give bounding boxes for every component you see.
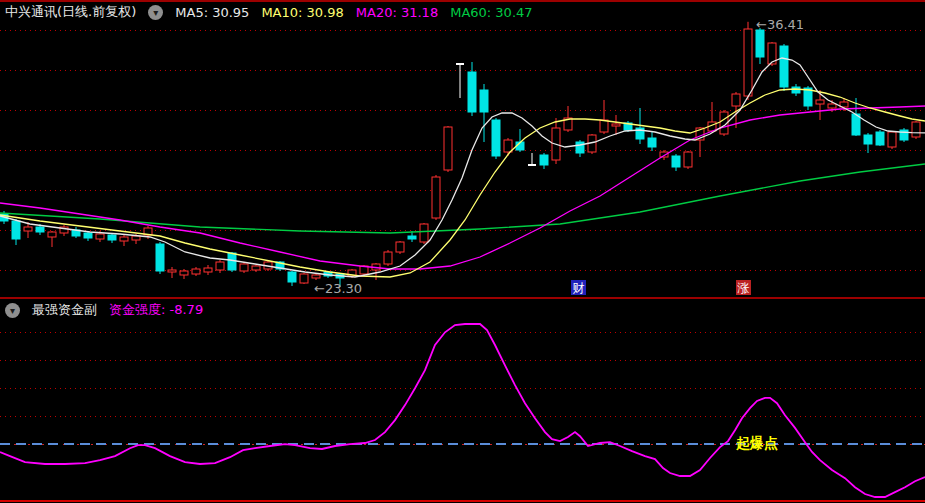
svg-text:财: 财 [573,281,585,295]
candle [684,151,692,169]
candle [528,153,536,166]
candle [540,153,548,169]
candle [120,235,128,246]
candle [12,219,20,245]
capital-strength-line [0,324,925,497]
ma20-line [0,106,925,269]
candle [912,121,920,139]
candle [480,84,488,142]
candle [60,225,68,236]
candle [780,44,788,91]
candle [180,269,188,279]
candle [696,127,704,157]
indicator-value: 资金强度: -8.79 [109,301,203,319]
candle [252,265,260,272]
candle [72,227,80,238]
candle [156,242,164,274]
candle [216,260,224,273]
main-candlestick-chart[interactable]: ←36.41←23.30财涨 [0,12,925,297]
candle [288,271,296,286]
candle [192,267,200,276]
candle [876,130,884,146]
candle [240,263,248,273]
candle [888,131,896,149]
candle [204,265,212,275]
candle [612,115,620,135]
capital-strength-chart[interactable]: 起爆点 [0,318,925,503]
signal-marker-cai: 财 [571,280,586,295]
candle [756,28,764,64]
candle [372,263,380,280]
candle [708,102,716,133]
candle [432,175,440,220]
candle [900,128,908,142]
candle [576,140,584,157]
candle [420,223,428,244]
ignition-point-annotation: 起爆点 [735,435,778,451]
low-label: ←23.30 [314,281,362,296]
candle [492,118,500,159]
candle [744,22,752,100]
candle [672,154,680,171]
candle [648,132,656,151]
panel-divider-line [0,297,925,299]
candle [108,233,116,243]
candle [552,118,560,164]
candle [228,252,236,272]
high-label: ←36.41 [756,17,804,32]
candle [456,63,464,98]
candle [588,134,596,154]
candle [312,274,320,280]
candle [396,241,404,254]
candle [300,273,308,284]
candle [816,90,824,120]
signal-marker-zhang: 涨 [736,280,751,295]
bottom-border-line [0,500,925,502]
candle [384,250,392,266]
svg-text:涨: 涨 [737,281,750,295]
candle [444,126,452,172]
chevron-down-icon[interactable]: ▾ [5,303,20,318]
indicator-panel-header: ▾ 最强资金副 资金强度: -8.79 [5,301,203,319]
indicator-title: 最强资金副 [32,301,97,319]
candle [48,231,56,247]
candle [504,138,512,156]
ma5-line [0,58,925,277]
candle [792,84,800,96]
top-border-line [0,0,925,2]
candle [468,62,476,116]
candle [600,100,608,134]
candle [168,267,176,278]
